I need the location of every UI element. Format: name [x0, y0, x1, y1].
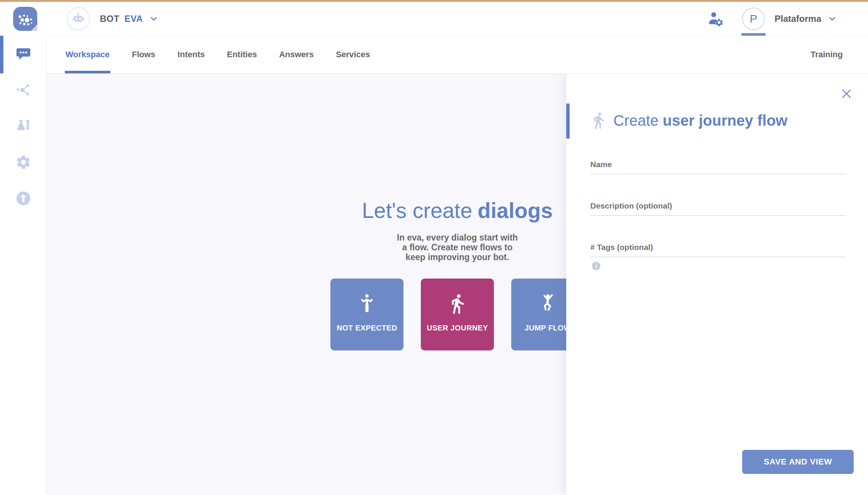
account-avatar-wrap: P: [742, 2, 765, 36]
upload-icon: [15, 190, 32, 207]
tab-training[interactable]: Training: [810, 36, 843, 73]
card-label: NOT EXPECTED: [337, 324, 397, 332]
robot-icon: [71, 11, 86, 26]
tags-field-group: [590, 238, 846, 257]
header: BOT EVA P Plataforma: [0, 2, 868, 36]
page-title: Let's createdialogs: [362, 198, 553, 223]
sidebar: [0, 36, 47, 495]
account-avatar[interactable]: P: [742, 8, 765, 30]
walking-person-icon: [446, 293, 468, 315]
bot-avatar[interactable]: [67, 7, 90, 30]
walking-person-icon: [590, 111, 608, 129]
name-input[interactable]: [590, 155, 846, 174]
account-active-underline: [741, 33, 766, 36]
tab-intents[interactable]: Intents: [177, 36, 205, 73]
tabbar: Workspace Flows Intents Entities Answers…: [47, 36, 868, 74]
account-initial: P: [750, 12, 757, 25]
eva-logo[interactable]: [13, 7, 37, 31]
tab-answers[interactable]: Answers: [279, 36, 314, 73]
card-label: USER JOURNEY: [427, 324, 488, 332]
logo-fold: [31, 24, 37, 31]
sidebar-item-publish[interactable]: [0, 180, 46, 216]
panel-title-regular: Create: [613, 112, 659, 129]
shrug-person-icon: [356, 293, 378, 315]
flow-type-cards: NOT EXPECTED USER JOURNEY: [330, 279, 584, 350]
sidebar-active-indicator: [0, 36, 3, 73]
work-area: Let's createdialogs In eva, every dialog…: [47, 74, 868, 495]
description-input[interactable]: [590, 196, 846, 216]
chevron-down-icon: [827, 14, 837, 24]
tags-input[interactable]: [590, 238, 846, 257]
lab-icon: [15, 118, 32, 134]
bot-label: BOT: [100, 14, 119, 24]
sidebar-item-connections[interactable]: [0, 72, 46, 108]
network-icon: [15, 82, 32, 98]
sidebar-item-settings[interactable]: [0, 144, 46, 180]
name-field-group: [590, 155, 846, 174]
panel-title: Createuser journey flow: [590, 111, 787, 129]
tab-services[interactable]: Services: [336, 36, 370, 73]
panel-title-bold: user journey flow: [663, 112, 787, 129]
sidebar-item-testing[interactable]: [0, 108, 46, 144]
create-flow-panel: Createuser journey flow i SAVE AND VIEW: [566, 74, 868, 495]
info-icon[interactable]: i: [591, 261, 601, 271]
content-column: Workspace Flows Intents Entities Answers…: [47, 36, 868, 495]
tab-workspace[interactable]: Workspace: [66, 36, 110, 73]
user-admin-icon[interactable]: [707, 10, 724, 27]
body: Workspace Flows Intents Entities Answers…: [0, 36, 868, 495]
bot-name: EVA: [124, 14, 143, 24]
description-field-group: [590, 196, 846, 216]
chevron-down-icon: [149, 14, 159, 24]
header-right: P Plataforma: [707, 2, 868, 36]
close-icon[interactable]: [840, 87, 853, 100]
jumping-person-icon: [537, 293, 559, 315]
save-and-view-button[interactable]: SAVE AND VIEW: [742, 450, 854, 474]
svg-text:i: i: [596, 263, 598, 269]
page-subtitle: In eva, every dialog start with a flow. …: [395, 233, 520, 262]
page-title-bold: dialogs: [478, 198, 553, 222]
card-label: JUMP FLOW: [524, 324, 571, 332]
tab-entities[interactable]: Entities: [227, 36, 257, 73]
sidebar-item-dialogs[interactable]: [0, 36, 46, 72]
chat-icon: [15, 46, 32, 62]
card-user-journey[interactable]: USER JOURNEY: [421, 279, 494, 350]
account-selector[interactable]: Plataforma: [765, 14, 837, 24]
gear-icon: [15, 154, 32, 171]
bot-selector[interactable]: BOT EVA: [90, 14, 159, 24]
tab-flows[interactable]: Flows: [132, 36, 155, 73]
panel-accent-bar: [566, 104, 570, 139]
page-title-regular: Let's create: [362, 198, 472, 222]
account-name: Plataforma: [775, 14, 821, 24]
card-not-expected[interactable]: NOT EXPECTED: [330, 279, 403, 350]
